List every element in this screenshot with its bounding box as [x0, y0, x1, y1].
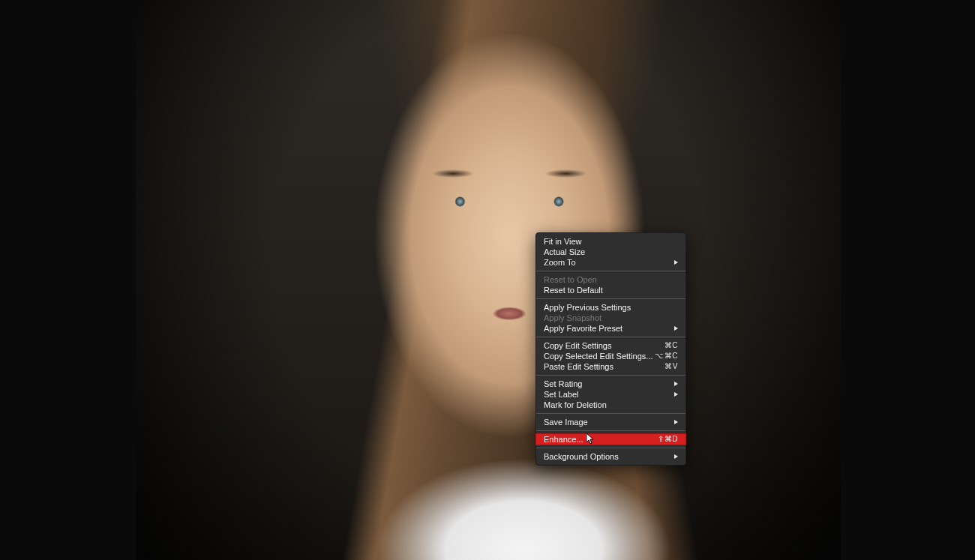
image-canvas[interactable]	[136, 0, 841, 560]
menu-item-label: Set Label	[544, 389, 670, 400]
menu-item-paste-edit-settings[interactable]: Paste Edit Settings⌘V	[536, 361, 686, 372]
menu-item-label: Paste Edit Settings	[544, 361, 664, 372]
menu-item-reset-to-open: Reset to Open	[536, 274, 686, 285]
menu-item-label: Reset to Open	[544, 274, 678, 285]
menu-item-label: Reset to Default	[544, 285, 678, 295]
menu-item-set-label[interactable]: Set Label	[536, 389, 686, 400]
menu-item-copy-selected-edit-settings[interactable]: Copy Selected Edit Settings...⌥⌘C	[536, 351, 686, 361]
menu-item-label: Apply Favorite Preset	[544, 323, 670, 334]
menu-item-label: Save Image	[544, 417, 670, 427]
submenu-arrow-icon	[674, 382, 678, 386]
menu-item-label: Apply Previous Settings	[544, 302, 678, 313]
menu-item-label: Mark for Deletion	[544, 400, 678, 410]
menu-item-apply-favorite-preset[interactable]: Apply Favorite Preset	[536, 323, 686, 334]
menu-item-shortcut: ⌘C	[664, 340, 678, 351]
menu-separator	[536, 271, 686, 271]
context-menu[interactable]: Fit in ViewActual SizeZoom ToReset to Op…	[536, 232, 686, 466]
menu-separator	[536, 337, 686, 337]
menu-item-label: Apply Snapshot	[544, 313, 678, 323]
menu-item-shortcut: ⇧⌘D	[658, 434, 678, 445]
menu-separator	[536, 448, 686, 448]
menu-item-enhance[interactable]: Enhance...⇧⌘D	[536, 434, 686, 445]
submenu-arrow-icon	[674, 392, 678, 397]
menu-item-label: Background Options	[544, 451, 670, 462]
menu-item-label: Copy Edit Settings	[544, 340, 664, 351]
menu-item-save-image[interactable]: Save Image	[536, 417, 686, 427]
menu-item-zoom-to[interactable]: Zoom To	[536, 257, 686, 268]
menu-item-label: Fit in View	[544, 236, 678, 247]
menu-item-copy-edit-settings[interactable]: Copy Edit Settings⌘C	[536, 340, 686, 351]
menu-item-shortcut: ⌘V	[664, 361, 678, 372]
submenu-arrow-icon	[674, 260, 678, 265]
menu-item-apply-previous-settings[interactable]: Apply Previous Settings	[536, 302, 686, 313]
menu-separator	[536, 413, 686, 414]
menu-item-apply-snapshot: Apply Snapshot	[536, 313, 686, 323]
menu-item-set-rating[interactable]: Set Rating	[536, 379, 686, 389]
menu-item-label: Enhance...	[544, 434, 658, 445]
menu-item-background-options[interactable]: Background Options	[536, 451, 686, 462]
menu-item-actual-size[interactable]: Actual Size	[536, 247, 686, 257]
menu-item-reset-to-default[interactable]: Reset to Default	[536, 285, 686, 295]
portrait-image	[136, 0, 841, 560]
menu-separator	[536, 298, 686, 299]
submenu-arrow-icon	[674, 454, 678, 459]
submenu-arrow-icon	[674, 326, 678, 331]
menu-item-label: Set Rating	[544, 379, 670, 389]
menu-separator	[536, 375, 686, 376]
menu-item-fit-in-view[interactable]: Fit in View	[536, 236, 686, 247]
menu-item-label: Zoom To	[544, 257, 670, 268]
menu-item-shortcut: ⌥⌘C	[655, 351, 678, 361]
menu-separator	[536, 430, 686, 431]
menu-item-mark-for-deletion[interactable]: Mark for Deletion	[536, 400, 686, 410]
menu-item-label: Copy Selected Edit Settings...	[544, 351, 655, 361]
menu-item-label: Actual Size	[544, 247, 678, 257]
submenu-arrow-icon	[674, 420, 678, 424]
